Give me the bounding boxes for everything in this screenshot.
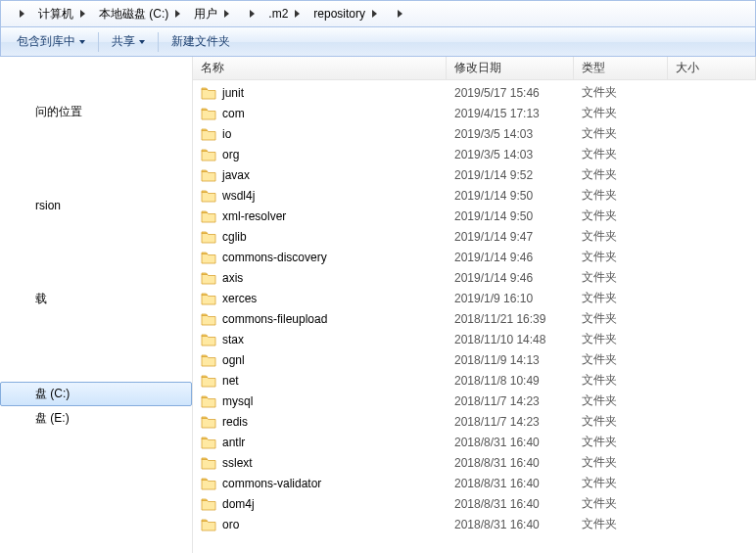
main-area: 问的位置 rsion 载 盘 (C:) 盘 (E:) 名称 修改日期 类型 大小… xyxy=(0,57,756,553)
breadcrumb-segment[interactable]: 本地磁盘 (C:) xyxy=(91,2,186,25)
cell-date: 2019/1/14 9:50 xyxy=(447,209,574,223)
breadcrumb-root-chevron[interactable] xyxy=(5,2,30,25)
table-row[interactable]: commons-validator2018/8/31 16:40文件夹 xyxy=(193,473,756,493)
nav-disk-e[interactable]: 盘 (E:) xyxy=(0,406,192,431)
table-row[interactable]: ognl2018/11/9 14:13文件夹 xyxy=(193,349,756,370)
table-row[interactable]: commons-fileupload2018/11/21 16:39文件夹 xyxy=(193,308,756,329)
folder-icon xyxy=(201,86,216,100)
nav-downloads[interactable]: 载 xyxy=(0,287,192,311)
chevron-right-icon xyxy=(295,10,300,18)
breadcrumb-label: repository xyxy=(313,7,365,21)
folder-icon xyxy=(201,374,216,388)
table-row[interactable]: oro2018/8/31 16:40文件夹 xyxy=(193,514,756,534)
new-folder-button[interactable]: 新建文件夹 xyxy=(162,30,240,54)
toolbar: 包含到库中 共享 新建文件夹 xyxy=(0,27,756,57)
file-name: commons-discovery xyxy=(222,251,327,264)
include-in-library-button[interactable]: 包含到库中 xyxy=(7,30,95,54)
file-name: oro xyxy=(222,518,239,531)
table-row[interactable]: org2019/3/5 14:03文件夹 xyxy=(193,144,756,164)
cell-type: 文件夹 xyxy=(574,475,668,491)
breadcrumb-segment[interactable] xyxy=(235,2,260,25)
separator xyxy=(98,32,99,52)
table-row[interactable]: antlr2018/8/31 16:40文件夹 xyxy=(193,432,756,452)
header-date[interactable]: 修改日期 xyxy=(447,57,574,79)
cell-type: 文件夹 xyxy=(574,351,668,368)
breadcrumb-segment[interactable]: .m2 xyxy=(260,2,306,25)
include-label: 包含到库中 xyxy=(17,33,75,50)
cell-name: ognl xyxy=(193,353,447,367)
breadcrumb-segment[interactable] xyxy=(383,2,408,25)
table-row[interactable]: sslext2018/8/31 16:40文件夹 xyxy=(193,452,756,473)
table-row[interactable]: wsdl4j2019/1/14 9:50文件夹 xyxy=(193,185,756,206)
breadcrumb-segment[interactable]: 计算机 xyxy=(30,2,91,25)
cell-date: 2018/11/7 14:23 xyxy=(447,394,574,408)
cell-date: 2018/11/7 14:23 xyxy=(447,415,574,429)
breadcrumb-segment[interactable]: 用户 xyxy=(186,2,235,25)
share-button[interactable]: 共享 xyxy=(102,30,155,54)
folder-icon xyxy=(201,271,216,285)
table-row[interactable]: commons-discovery2019/1/14 9:46文件夹 xyxy=(193,247,756,267)
breadcrumb[interactable]: 计算机本地磁盘 (C:)用户.m2repository xyxy=(0,0,756,27)
cell-type: 文件夹 xyxy=(574,434,668,450)
table-row[interactable]: xml-resolver2019/1/14 9:50文件夹 xyxy=(193,206,756,226)
table-row[interactable]: javax2019/1/14 9:52文件夹 xyxy=(193,164,756,185)
cell-name: sslext xyxy=(193,456,447,470)
table-row[interactable]: com2019/4/15 17:13文件夹 xyxy=(193,103,756,123)
folder-icon xyxy=(201,107,216,120)
table-row[interactable]: dom4j2018/8/31 16:40文件夹 xyxy=(193,493,756,514)
table-row[interactable]: xerces2019/1/9 16:10文件夹 xyxy=(193,288,756,308)
table-row[interactable]: io2019/3/5 14:03文件夹 xyxy=(193,123,756,144)
cell-type: 文件夹 xyxy=(574,331,668,347)
table-row[interactable]: cglib2019/1/14 9:47文件夹 xyxy=(193,226,756,247)
cell-name: com xyxy=(193,107,447,120)
chevron-right-icon xyxy=(250,10,255,18)
cell-name: org xyxy=(193,148,447,161)
cell-type: 文件夹 xyxy=(574,249,668,265)
file-name: dom4j xyxy=(222,497,255,511)
cell-date: 2019/1/9 16:10 xyxy=(447,292,574,305)
cell-date: 2019/5/17 15:46 xyxy=(447,86,574,100)
cell-name: dom4j xyxy=(193,497,447,511)
nav-subversion[interactable]: rsion xyxy=(0,195,192,216)
table-row[interactable]: net2018/11/8 10:49文件夹 xyxy=(193,370,756,391)
header-name[interactable]: 名称 xyxy=(193,57,447,79)
table-row[interactable]: stax2018/11/10 14:48文件夹 xyxy=(193,329,756,349)
cell-date: 2018/11/9 14:13 xyxy=(447,353,574,367)
cell-date: 2019/1/14 9:50 xyxy=(447,189,574,203)
nav-disk-c[interactable]: 盘 (C:) xyxy=(0,382,192,406)
cell-date: 2018/11/10 14:48 xyxy=(447,333,574,346)
header-size[interactable]: 大小 xyxy=(668,57,756,79)
nav-recent-places[interactable]: 问的位置 xyxy=(0,100,192,124)
folder-icon xyxy=(201,148,216,161)
file-name: stax xyxy=(222,333,244,346)
breadcrumb-segment[interactable]: repository xyxy=(306,2,383,25)
breadcrumb-label: 本地磁盘 (C:) xyxy=(99,6,168,23)
cell-type: 文件夹 xyxy=(574,290,668,306)
table-row[interactable]: redis2018/11/7 14:23文件夹 xyxy=(193,411,756,432)
chevron-down-icon xyxy=(79,40,85,44)
chevron-right-icon xyxy=(80,10,85,18)
cell-date: 2018/8/31 16:40 xyxy=(447,497,574,511)
folder-icon xyxy=(201,127,216,141)
file-name: commons-fileupload xyxy=(222,312,327,326)
folder-icon xyxy=(201,333,216,346)
header-type[interactable]: 类型 xyxy=(574,57,668,79)
chevron-right-icon xyxy=(224,10,229,18)
file-name: xerces xyxy=(222,292,257,305)
table-row[interactable]: junit2019/5/17 15:46文件夹 xyxy=(193,82,756,103)
cell-date: 2019/3/5 14:03 xyxy=(447,148,574,161)
chevron-down-icon xyxy=(139,40,145,44)
file-name: antlr xyxy=(222,436,245,449)
table-row[interactable]: mysql2018/11/7 14:23文件夹 xyxy=(193,391,756,411)
breadcrumb-label: 用户 xyxy=(194,6,217,23)
cell-name: junit xyxy=(193,86,447,100)
folder-icon xyxy=(201,168,216,182)
table-row[interactable]: axis2019/1/14 9:46文件夹 xyxy=(193,267,756,288)
cell-name: commons-discovery xyxy=(193,251,447,264)
cell-date: 2019/1/14 9:47 xyxy=(447,230,574,244)
folder-icon xyxy=(201,353,216,367)
column-headers: 名称 修改日期 类型 大小 xyxy=(193,57,756,80)
file-name: axis xyxy=(222,271,243,285)
rows-container: junit2019/5/17 15:46文件夹com2019/4/15 17:1… xyxy=(193,80,756,534)
nav-tree[interactable]: 问的位置 rsion 载 盘 (C:) 盘 (E:) xyxy=(0,57,193,553)
